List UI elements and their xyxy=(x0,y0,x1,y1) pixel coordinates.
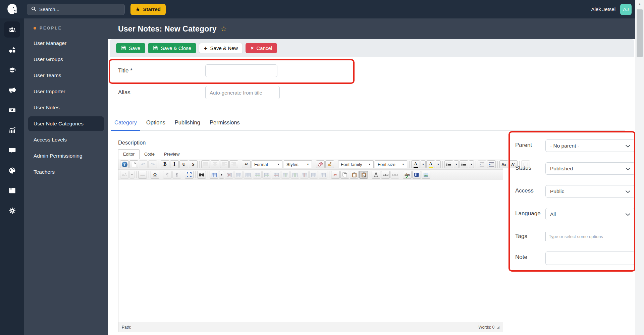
editor-delete-row-button[interactable] xyxy=(272,171,280,179)
app-logo[interactable] xyxy=(0,0,24,18)
rail-item-shapes[interactable] xyxy=(0,40,24,60)
editor-clean-button[interactable] xyxy=(325,160,334,168)
editor-redo-button[interactable]: ↷ xyxy=(148,160,157,168)
editor-highlight-button[interactable]: A xyxy=(426,160,435,168)
save-button[interactable]: Save xyxy=(116,43,145,53)
editor-insert-row-after-button[interactable] xyxy=(262,171,271,179)
save-new-button[interactable]: + Save & New xyxy=(199,43,243,53)
editor-align-right-button[interactable] xyxy=(229,160,238,168)
editor-horizontal-rule-button[interactable]: — xyxy=(138,171,147,179)
editor-strikethrough-button[interactable]: S xyxy=(189,160,198,168)
editor-insert-col-before-button[interactable] xyxy=(281,171,290,179)
editor-bold-button[interactable]: B xyxy=(161,160,169,168)
editor-insert-table-button[interactable] xyxy=(210,171,218,179)
editor-highlight-arrow-button[interactable]: ▼ xyxy=(436,160,441,168)
editor-visual-aid-button[interactable] xyxy=(521,160,530,168)
cancel-button[interactable]: × Cancel xyxy=(246,43,277,53)
sidebar-item-teachers[interactable]: Teachers xyxy=(24,164,108,180)
page-scrollbar[interactable]: ▲ xyxy=(635,0,644,335)
editor-paste-button[interactable] xyxy=(350,171,359,179)
editor-fontsize-select[interactable]: Font size▼ xyxy=(375,160,407,168)
editor-resize-grip[interactable]: ◢ xyxy=(497,325,499,329)
editor-indent-button[interactable] xyxy=(487,160,496,168)
sidebar-item-admin-permissioning[interactable]: Admin Permissioning xyxy=(24,148,108,164)
tab-options[interactable]: Options xyxy=(143,116,169,131)
editor-align-center-button[interactable] xyxy=(211,160,219,168)
user-avatar[interactable]: AJ xyxy=(620,4,632,15)
editor-tab-editor[interactable]: Editor xyxy=(118,149,140,159)
editor-subscript-button[interactable]: A₂ xyxy=(499,160,508,168)
editor-format-select[interactable]: Format▼ xyxy=(252,160,282,168)
tags-input[interactable] xyxy=(545,232,635,241)
editor-styles-select[interactable]: Styles▼ xyxy=(284,160,312,168)
editor-underline-button[interactable]: U xyxy=(179,160,188,168)
title-input[interactable] xyxy=(205,64,277,77)
editor-cut-button[interactable]: ✂ xyxy=(331,171,340,179)
sidebar-item-user-manager[interactable]: User Manager xyxy=(24,35,108,51)
editor-fontfamily-select[interactable]: Font family▼ xyxy=(338,160,374,168)
editor-tab-preview[interactable]: Preview xyxy=(159,150,184,159)
editor-insert-col-after-button[interactable] xyxy=(290,171,299,179)
rail-item-users[interactable] xyxy=(0,19,24,40)
editor-cell-properties-button[interactable] xyxy=(244,171,252,179)
rail-item-chart[interactable] xyxy=(0,120,24,140)
editor-spellcheck-button[interactable]: abc✓ xyxy=(403,171,412,179)
note-input[interactable] xyxy=(545,252,635,265)
editor-split-cells-button[interactable] xyxy=(319,171,327,179)
rail-item-money-bill[interactable] xyxy=(0,100,24,120)
editor-paragraph-ltr-button[interactable]: ¶ xyxy=(163,171,172,179)
editor-align-justify-button[interactable] xyxy=(201,160,210,168)
editor-outdent-button[interactable] xyxy=(478,160,486,168)
editor-row-properties-button[interactable] xyxy=(234,171,243,179)
tab-category[interactable]: Category xyxy=(111,116,140,131)
alias-input[interactable] xyxy=(205,86,280,99)
editor-ordered-list-button[interactable] xyxy=(444,160,453,168)
access-select[interactable]: Public xyxy=(545,185,635,198)
editor-image-button[interactable] xyxy=(422,171,430,179)
search-input[interactable]: Search... xyxy=(27,4,125,15)
editor-fullscreen-button[interactable] xyxy=(185,171,194,179)
editor-merge-cells-button[interactable] xyxy=(309,171,318,179)
editor-unlink-button[interactable] xyxy=(390,171,399,179)
editor-new-document-button[interactable] xyxy=(129,160,138,168)
editor-delete-table-button[interactable] xyxy=(225,171,233,179)
sidebar-item-user-note-categories[interactable]: User Note Categories xyxy=(28,116,104,131)
editor-tab-code[interactable]: Code xyxy=(140,150,159,159)
rail-item-comment[interactable] xyxy=(0,140,24,160)
rail-item-gear[interactable] xyxy=(0,201,24,221)
sidebar-item-access-levels[interactable]: Access Levels xyxy=(24,132,108,148)
editor-align-left-button[interactable] xyxy=(220,160,229,168)
rail-item-window[interactable] xyxy=(0,180,24,201)
editor-copy-button[interactable] xyxy=(340,171,349,179)
editor-italic-button[interactable]: I xyxy=(170,160,179,168)
editor-bullet-list-button[interactable] xyxy=(460,160,468,168)
editor-undo-button[interactable]: ↶ xyxy=(139,160,148,168)
sidebar-item-user-teams[interactable]: User Teams xyxy=(24,67,108,83)
editor-text-color-arrow-button[interactable]: ▼ xyxy=(421,160,426,168)
editor-canvas[interactable] xyxy=(118,180,503,322)
editor-special-character-button[interactable]: Ω xyxy=(151,171,159,179)
favorite-star-icon[interactable]: ☆ xyxy=(221,25,227,33)
editor-case-change-arrow-button[interactable]: ▼ xyxy=(129,171,135,179)
editor-bullet-list-arrow-button[interactable]: ▼ xyxy=(469,160,474,168)
editor-text-color-button[interactable]: A xyxy=(411,160,420,168)
rail-item-megaphone[interactable] xyxy=(0,80,24,100)
editor-anchor-button[interactable] xyxy=(372,171,380,179)
editor-remove-format-button[interactable] xyxy=(316,160,325,168)
sidebar-item-user-notes[interactable]: User Notes xyxy=(24,100,108,116)
editor-paste-text-button[interactable] xyxy=(359,171,368,179)
scrollbar-up-arrow-icon[interactable]: ▲ xyxy=(635,0,644,8)
editor-paragraph-rtl-button[interactable]: ¶ xyxy=(172,171,181,179)
editor-media-button[interactable] xyxy=(412,171,421,179)
scrollbar-thumb[interactable] xyxy=(637,9,643,57)
language-select[interactable]: All xyxy=(545,208,635,220)
rail-item-graduation-cap[interactable] xyxy=(0,60,24,80)
tab-publishing[interactable]: Publishing xyxy=(171,116,204,131)
editor-blockquote-button[interactable]: “ xyxy=(242,160,251,168)
editor-delete-col-button[interactable] xyxy=(300,171,309,179)
starred-button[interactable]: ★ Starred xyxy=(130,4,166,15)
editor-case-change-button[interactable]: aA xyxy=(120,171,129,179)
editor-find-replace-button[interactable] xyxy=(197,171,206,179)
sidebar-item-user-groups[interactable]: User Groups xyxy=(24,51,108,67)
status-select[interactable]: Published xyxy=(545,162,635,175)
